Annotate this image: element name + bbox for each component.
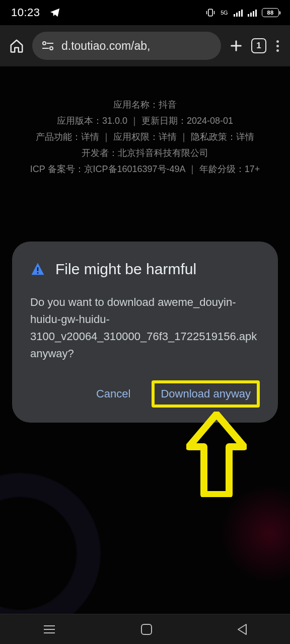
home-icon[interactable] [9,38,24,53]
network-type-label: 5G [221,10,228,16]
app-info-line: 应用名称：抖音 [0,97,290,113]
app-info-line: 应用版本：31.0.0 ｜ 更新日期：2024-08-01 [0,113,290,129]
svg-rect-2 [236,13,238,17]
app-info-block: 应用名称：抖音 应用版本：31.0.0 ｜ 更新日期：2024-08-01 产品… [0,66,290,177]
clock: 10:23 [11,6,40,19]
cancel-button[interactable]: Cancel [87,380,139,408]
warning-icon [30,262,45,277]
back-icon[interactable] [236,623,248,636]
annotation-arrow-icon [186,412,247,497]
background-decoration [0,473,101,634]
svg-rect-13 [37,267,39,271]
svg-rect-6 [250,13,252,17]
home-nav-icon[interactable] [140,623,153,636]
svg-rect-14 [37,272,39,274]
site-settings-icon[interactable] [41,40,54,52]
signal-bars-icon [234,9,243,17]
app-info-line: 开发者：北京抖音科技有限公司 [0,145,290,161]
svg-rect-7 [253,11,254,17]
dialog-message: Do you want to download aweme_douyin-hui… [30,294,260,362]
dialog-title: File might be harmful [55,261,196,278]
vibrate-icon [205,8,215,17]
telegram-icon [49,7,60,18]
recents-icon[interactable] [42,623,57,635]
signal-bars-2-icon [248,9,257,17]
svg-point-11 [50,47,53,50]
download-warning-dialog: File might be harmful Do you want to dow… [12,242,278,423]
background-decoration [220,483,290,584]
app-info-line: 产品功能：详情 ｜ 应用权限：详情 ｜ 隐私政策：详情 [0,129,290,145]
tab-switcher-button[interactable]: 1 [251,38,266,53]
battery-indicator: 88 [262,8,279,17]
svg-rect-1 [234,14,235,17]
app-info-line: ICP 备案号：京ICP备16016397号-49A ｜ 年龄分级：17+ [0,161,290,177]
svg-rect-5 [248,14,249,17]
url-bar[interactable]: d.toutiao.com/ab, [32,32,221,60]
android-status-bar: 10:23 5G 88 [0,0,290,25]
svg-rect-3 [239,11,240,17]
svg-rect-0 [208,9,212,16]
svg-rect-4 [241,10,243,17]
svg-point-9 [43,42,46,45]
url-text: d.toutiao.com/ab, [61,39,150,53]
new-tab-icon[interactable] [229,39,243,53]
svg-rect-18 [141,624,152,634]
android-nav-bar [0,614,290,644]
svg-rect-8 [255,10,257,17]
download-anyway-button[interactable]: Download anyway [152,380,260,408]
chrome-toolbar: d.toutiao.com/ab, 1 [0,25,290,66]
overflow-menu-icon[interactable] [274,38,281,54]
